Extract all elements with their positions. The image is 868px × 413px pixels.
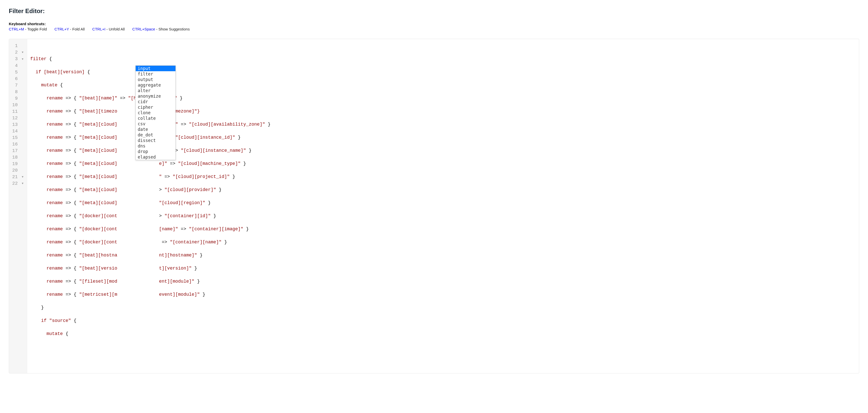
gutter-line: 10	[9, 102, 25, 108]
shortcuts-label: Keyboard shortcuts:	[9, 22, 859, 26]
gutter-line: 14	[9, 128, 25, 134]
gutter-line: 19	[9, 161, 25, 167]
autocomplete-item[interactable]: alter	[136, 88, 176, 93]
gutter-line: 3 ▼	[9, 56, 25, 62]
autocomplete-item[interactable]: aggregate	[136, 82, 176, 88]
autocomplete-item[interactable]: anonymize	[136, 93, 176, 99]
keyword-if: if	[41, 318, 46, 323]
gutter-line: 17	[9, 148, 25, 154]
gutter-line: 5	[9, 69, 25, 75]
keyword-mutate: mutate	[41, 83, 57, 88]
autocomplete-item[interactable]: csv	[136, 121, 176, 127]
gutter-line: 22 ▼	[9, 180, 25, 187]
keyword-mutate: mutate	[46, 331, 63, 336]
autocomplete-item[interactable]: drop	[136, 149, 176, 154]
line-gutter: 1 2 ▼3 ▼4 5 6 7 8 9 10 11 12 13 14 15 16…	[9, 39, 27, 373]
autocomplete-item[interactable]: elapsed	[136, 154, 176, 160]
fold-toggle-icon[interactable]: ▼	[21, 180, 23, 187]
gutter-line: 7	[9, 82, 25, 89]
autocomplete-item[interactable]: filter	[136, 71, 176, 77]
autocomplete-item[interactable]: cipher	[136, 104, 176, 110]
gutter-line: 18	[9, 154, 25, 161]
keyword-filter: filter	[30, 56, 46, 61]
autocomplete-item[interactable]: output	[136, 77, 176, 82]
gutter-line: 1	[9, 42, 25, 49]
autocomplete-popup[interactable]: inputfilteroutputaggregatealteranonymize…	[135, 65, 176, 160]
gutter-line: 16	[9, 141, 25, 148]
autocomplete-item[interactable]: dissect	[136, 138, 176, 143]
gutter-line: 15	[9, 134, 25, 141]
code-editor[interactable]: 1 2 ▼3 ▼4 5 6 7 8 9 10 11 12 13 14 15 16…	[9, 39, 859, 374]
gutter-line: 11	[9, 108, 25, 115]
page-title: Filter Editor:	[9, 7, 859, 14]
fold-toggle-icon[interactable]: ▼	[21, 56, 23, 62]
shortcut-fold-all: CTRL+Y - Fold All	[54, 27, 85, 31]
gutter-line: 2 ▼	[9, 49, 25, 56]
autocomplete-item[interactable]: input	[136, 66, 176, 71]
autocomplete-item[interactable]: clone	[136, 110, 176, 116]
code-area[interactable]: filter { if [beat][version] { mutate { r…	[27, 39, 274, 373]
autocomplete-item[interactable]: cidr	[136, 99, 176, 104]
autocomplete-item[interactable]: de_dot	[136, 132, 176, 138]
autocomplete-item[interactable]: date	[136, 127, 176, 132]
gutter-line: 9	[9, 95, 25, 102]
gutter-line: 6	[9, 75, 25, 82]
fold-toggle-icon[interactable]: ▼	[21, 174, 23, 180]
gutter-line: 12	[9, 115, 25, 121]
fold-toggle-icon[interactable]: ▼	[21, 49, 23, 56]
shortcut-unfold-all: CTRL+I - Unfold All	[92, 27, 125, 31]
shortcut-show-suggestions: CTRL+Space - Show Suggestions	[132, 27, 190, 31]
autocomplete-item[interactable]: dns	[136, 143, 176, 149]
shortcut-toggle-fold: CTRL+M - Toggle Fold	[9, 27, 47, 31]
keyword-if: if	[36, 69, 41, 74]
autocomplete-item[interactable]: collate	[136, 116, 176, 121]
gutter-line: 4	[9, 62, 25, 69]
gutter-line: 8	[9, 89, 25, 95]
gutter-line: 13	[9, 121, 25, 128]
shortcuts-bar: CTRL+M - Toggle Fold CTRL+Y - Fold All C…	[9, 27, 859, 31]
gutter-line: 20	[9, 167, 25, 174]
gutter-line: 21 ▼	[9, 174, 25, 180]
